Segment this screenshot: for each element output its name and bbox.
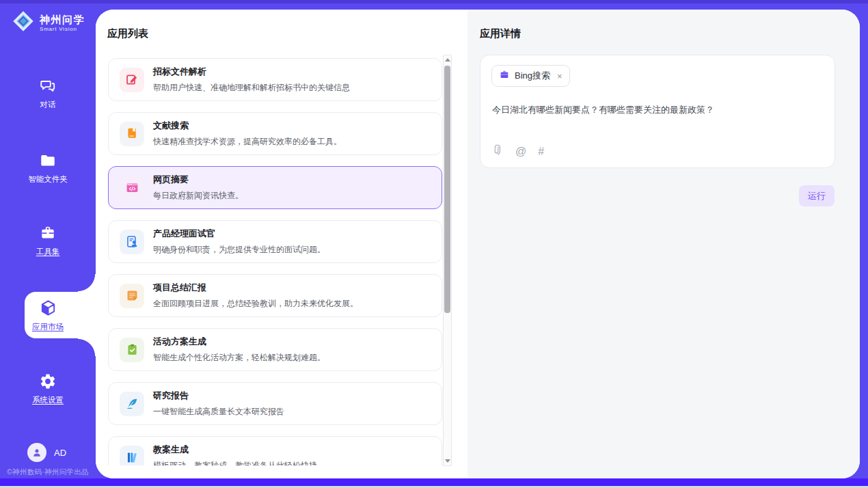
app-card-lesson-plan[interactable]: 教案生成 模板驱动，教案秒成，教学准备从此轻松快捷	[108, 436, 442, 465]
chip-close-icon[interactable]: ×	[557, 72, 562, 81]
app-window: 神州问学 Smart Vision 对话 智能文件夹	[0, 0, 868, 488]
clipboard-check-icon	[120, 338, 144, 362]
hash-icon[interactable]: #	[538, 146, 544, 157]
app-card-web-summary[interactable]: 网页摘要 每日政府新闻资讯快查。	[108, 166, 442, 209]
run-button[interactable]: 运行	[799, 185, 835, 206]
brand-title: 神州问学	[40, 14, 85, 25]
app-card-research-report[interactable]: 研究报告 一键智能生成高质量长文本研究报告	[108, 382, 442, 425]
app-card-title: 项目总结汇报	[153, 282, 358, 294]
at-icon[interactable]: @	[515, 146, 526, 157]
app-card-desc: 明确身份和职责，为您提供专业性的面试问题。	[153, 244, 325, 256]
diamond-logo-icon	[10, 8, 36, 37]
sidebar-item-toolset[interactable]: 工具集	[0, 224, 96, 257]
pen-edit-icon	[120, 68, 144, 92]
person-doc-icon	[120, 230, 144, 254]
brand-subtitle: Smart Vision	[40, 26, 85, 32]
tab-fillet-top	[78, 274, 96, 292]
chat-icon	[0, 77, 96, 95]
app-card-desc: 一键智能生成高质量长文本研究报告	[153, 406, 284, 418]
browser-code-icon	[120, 176, 144, 200]
tool-chip-label: Bing搜索	[515, 70, 550, 82]
app-list-scrollbar[interactable]	[443, 55, 452, 466]
brand-logo: 神州问学 Smart Vision	[10, 8, 85, 37]
scrollbar-up-icon[interactable]	[444, 58, 451, 62]
app-card-desc: 帮助用户快速、准确地理解和解析招标书中的关键信息	[153, 82, 350, 94]
scrollbar-down-icon[interactable]	[444, 459, 451, 463]
sidebar-item-smart-folders[interactable]: 智能文件夹	[0, 152, 96, 185]
sidebar-item-label: 对话	[0, 100, 96, 110]
sidebar-item-app-market[interactable]: 应用市场	[0, 299, 96, 332]
main-panel: 应用列表 招标文件解析 帮助用户快速、准确地理解和解析招标书中的关键信息	[96, 10, 860, 478]
sidebar-footer-text: ©神州数码·神州问学出品	[0, 467, 96, 477]
app-card-title: 活动方案生成	[153, 336, 325, 348]
tab-fillet-bottom	[78, 338, 96, 356]
person-icon	[31, 446, 43, 459]
gear-icon	[0, 372, 96, 390]
bottom-accent-bar	[0, 478, 868, 486]
app-card-desc: 模板驱动，教案秒成，教学准备从此轻松快捷	[153, 460, 317, 465]
quill-icon	[120, 392, 144, 416]
app-card-title: 文献搜索	[153, 120, 342, 132]
sidebar-item-label: 应用市场	[0, 322, 96, 332]
app-card-title: 教案生成	[153, 444, 317, 456]
composer-toolbar: @ #	[492, 144, 544, 159]
user-initials: AD	[54, 448, 66, 458]
app-detail-panel: 应用详情 Bing搜索 × 今日湖北有哪些新闻要点？有哪些需要关注的最新政策？	[467, 10, 860, 478]
app-card-title: 招标文件解析	[153, 66, 350, 78]
app-card-pm-interviewer[interactable]: 产品经理面试官 明确身份和职责，为您提供专业性的面试问题。	[108, 220, 442, 263]
app-card-title: 网页摘要	[153, 174, 243, 186]
briefcase-icon	[499, 69, 510, 83]
user-account[interactable]: AD	[27, 443, 66, 462]
books-icon	[120, 446, 144, 466]
app-card-project-summary[interactable]: 项目总结汇报 全面回顾项目进展，总结经验教训，助力未来优化发展。	[108, 274, 442, 317]
note-icon	[120, 284, 144, 308]
cube-icon	[0, 299, 96, 317]
app-card-desc: 智能生成个性化活动方案，轻松解决规划难题。	[153, 352, 325, 364]
toolbox-icon	[0, 224, 96, 242]
app-card-event-plan[interactable]: 活动方案生成 智能生成个性化活动方案，轻松解决规划难题。	[108, 328, 442, 371]
sidebar: 神州问学 Smart Vision 对话 智能文件夹	[0, 0, 96, 488]
folder-icon	[0, 152, 96, 170]
app-card-desc: 快速精准查找学术资源，提高研究效率的必备工具。	[153, 136, 342, 148]
app-list-panel: 应用列表 招标文件解析 帮助用户快速、准确地理解和解析招标书中的关键信息	[96, 10, 467, 478]
app-list: 招标文件解析 帮助用户快速、准确地理解和解析招标书中的关键信息 文献搜索	[96, 53, 467, 465]
top-edge-strip	[0, 0, 868, 3]
app-detail-title: 应用详情	[480, 27, 521, 40]
avatar[interactable]	[27, 443, 46, 462]
sidebar-item-label: 系统设置	[0, 395, 96, 405]
sidebar-item-label: 智能文件夹	[0, 174, 96, 185]
scrollbar-thumb[interactable]	[444, 66, 450, 313]
app-card-literature-search[interactable]: 文献搜索 快速精准查找学术资源，提高研究效率的必备工具。	[108, 112, 442, 155]
sidebar-item-chat[interactable]: 对话	[0, 77, 96, 110]
prompt-text[interactable]: 今日湖北有哪些新闻要点？有哪些需要关注的最新政策？	[492, 103, 824, 116]
app-list-title: 应用列表	[107, 27, 148, 40]
paperclip-icon[interactable]	[492, 144, 504, 159]
sidebar-item-label: 工具集	[0, 247, 96, 257]
sidebar-item-settings[interactable]: 系统设置	[0, 372, 96, 405]
app-card-desc: 全面回顾项目进展，总结经验教训，助力未来优化发展。	[153, 298, 358, 310]
app-card-title: 研究报告	[153, 390, 284, 402]
app-card-desc: 每日政府新闻资讯快查。	[153, 190, 243, 202]
prompt-input[interactable]: Bing搜索 × 今日湖北有哪些新闻要点？有哪些需要关注的最新政策？ @ #	[480, 55, 835, 168]
app-card-title: 产品经理面试官	[153, 228, 325, 240]
tool-chip-bing-search[interactable]: Bing搜索 ×	[491, 65, 570, 87]
app-card-bid-analysis[interactable]: 招标文件解析 帮助用户快速、准确地理解和解析招标书中的关键信息	[108, 58, 442, 101]
book-icon	[120, 122, 144, 146]
